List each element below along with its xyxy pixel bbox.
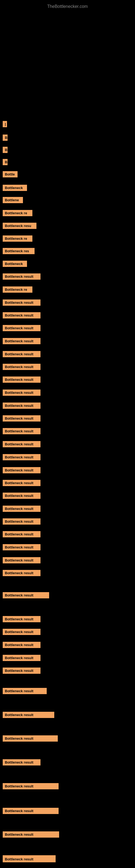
bottleneck-item-1[interactable]: | [3, 121, 7, 127]
bottleneck-item-wrapper-28: Bottleneck result [0, 465, 135, 475]
bottleneck-item-35[interactable]: Bottleneck result [3, 557, 41, 563]
bottleneck-item-wrapper-18: Bottleneck result [0, 336, 135, 346]
bottleneck-item-wrapper-13: Bottleneck result [0, 272, 135, 281]
bottleneck-item-wrapper-43: Bottleneck result [0, 686, 135, 696]
bottleneck-item-32[interactable]: Bottleneck result [3, 518, 41, 525]
bottleneck-item-14[interactable]: Bottleneck re [3, 286, 32, 293]
bottleneck-item-34[interactable]: Bottleneck result [3, 544, 41, 550]
bottleneck-item-wrapper-5: Bottle [0, 169, 135, 179]
bottleneck-item-wrapper-26: Bottleneck result [0, 439, 135, 449]
bottleneck-item-31[interactable]: Bottleneck result [3, 506, 41, 512]
bottleneck-item-26[interactable]: Bottleneck result [3, 441, 41, 447]
site-title: TheBottlenecker.com [0, 1, 135, 10]
bottleneck-item-38[interactable]: Bottleneck result [3, 616, 41, 622]
bottleneck-item-wrapper-46: Bottleneck result [0, 757, 135, 767]
bottleneck-item-5[interactable]: Bottle [3, 171, 17, 177]
bottleneck-item-41[interactable]: Bottleneck result [3, 655, 41, 661]
bottleneck-item-45[interactable]: Bottleneck result [3, 735, 58, 742]
bottleneck-item-4[interactable]: B [3, 159, 8, 165]
bottleneck-item-wrapper-27: Bottleneck result [0, 453, 135, 462]
bottleneck-item-wrapper-32: Bottleneck result [0, 517, 135, 526]
bottleneck-item-wrapper-6: Bottleneck [0, 183, 135, 193]
bottleneck-item-23[interactable]: Bottleneck result [3, 403, 41, 409]
bottleneck-item-44[interactable]: Bottleneck result [3, 712, 54, 718]
bottleneck-item-21[interactable]: Bottleneck result [3, 376, 41, 383]
bottleneck-item-16[interactable]: Bottleneck result [3, 312, 41, 318]
bottleneck-item-wrapper-10: Bottleneck re [0, 234, 135, 243]
bottleneck-item-24[interactable]: Bottleneck result [3, 415, 41, 422]
bottleneck-item-43[interactable]: Bottleneck result [3, 688, 47, 694]
bottleneck-item-11[interactable]: Bottleneck res [3, 248, 35, 254]
bottleneck-item-17[interactable]: Bottleneck result [3, 325, 41, 331]
bottleneck-item-6[interactable]: Bottleneck [3, 185, 27, 191]
bottleneck-item-48[interactable]: Bottleneck result [3, 808, 58, 814]
bottleneck-item-wrapper-25: Bottleneck result [0, 426, 135, 436]
bottleneck-item-wrapper-24: Bottleneck result [0, 414, 135, 423]
bottleneck-item-18[interactable]: Bottleneck result [3, 338, 41, 344]
bottleneck-item-39[interactable]: Bottleneck result [3, 629, 41, 635]
bottleneck-item-wrapper-12: Bottleneck [0, 259, 135, 269]
bottleneck-item-46[interactable]: Bottleneck result [3, 759, 41, 766]
bottleneck-item-wrapper-15: Bottleneck result [0, 298, 135, 307]
bottleneck-item-wrapper-30: Bottleneck result [0, 491, 135, 500]
bottleneck-item-28[interactable]: Bottleneck result [3, 467, 41, 473]
bottleneck-item-8[interactable]: Bottleneck re [3, 210, 32, 216]
bottleneck-item-wrapper-21: Bottleneck result [0, 375, 135, 384]
bottleneck-item-wrapper-45: Bottleneck result [0, 734, 135, 743]
bottleneck-item-wrapper-23: Bottleneck result [0, 401, 135, 410]
bottleneck-item-wrapper-48: Bottleneck result [0, 806, 135, 816]
bottleneck-item-wrapper-1: | [0, 119, 135, 129]
bottleneck-item-30[interactable]: Bottleneck result [3, 493, 41, 499]
bottleneck-item-wrapper-31: Bottleneck result [0, 504, 135, 514]
bottleneck-item-wrapper-14: Bottleneck re [0, 285, 135, 294]
bottleneck-item-wrapper-3: B [0, 145, 135, 155]
bottleneck-item-15[interactable]: Bottleneck result [3, 300, 41, 306]
bottleneck-item-wrapper-11: Bottleneck res [0, 246, 135, 256]
bottleneck-item-wrapper-40: Bottleneck result [0, 640, 135, 650]
bottleneck-item-wrapper-42: Bottleneck result [0, 666, 135, 675]
bottleneck-item-wrapper-20: Bottleneck result [0, 362, 135, 372]
bottleneck-item-40[interactable]: Bottleneck result [3, 642, 41, 648]
bottleneck-item-wrapper-9: Bottleneck resu [0, 221, 135, 230]
bottleneck-item-22[interactable]: Bottleneck result [3, 390, 41, 396]
bottleneck-item-wrapper-7: Bottlene [0, 195, 135, 205]
bottleneck-item-36[interactable]: Bottleneck result [3, 570, 41, 576]
bottleneck-item-19[interactable]: Bottleneck result [3, 351, 41, 357]
bottleneck-item-wrapper-49: Bottleneck result [0, 830, 135, 839]
bottleneck-item-3[interactable]: B [3, 147, 8, 153]
bottleneck-item-12[interactable]: Bottleneck [3, 261, 27, 267]
bottleneck-item-2[interactable]: B [3, 134, 8, 141]
bottleneck-item-wrapper-17: Bottleneck result [0, 323, 135, 333]
bottleneck-item-wrapper-38: Bottleneck result [0, 614, 135, 624]
bottleneck-item-wrapper-8: Bottleneck re [0, 208, 135, 218]
bottleneck-item-9[interactable]: Bottleneck resu [3, 223, 37, 229]
bottleneck-item-wrapper-41: Bottleneck result [0, 653, 135, 663]
bottleneck-item-wrapper-19: Bottleneck result [0, 349, 135, 359]
bottleneck-item-27[interactable]: Bottleneck result [3, 454, 41, 460]
bottleneck-item-wrapper-51: Bottleneck result [0, 855, 135, 864]
bottleneck-item-wrapper-36: Bottleneck result [0, 568, 135, 578]
bottleneck-item-wrapper-29: Bottleneck result [0, 478, 135, 488]
bottleneck-item-37[interactable]: Bottleneck result [3, 592, 49, 598]
bottleneck-item-7[interactable]: Bottlene [3, 197, 23, 203]
bottleneck-item-20[interactable]: Bottleneck result [3, 364, 41, 370]
bottleneck-item-29[interactable]: Bottleneck result [3, 480, 41, 486]
bottleneck-item-33[interactable]: Bottleneck result [3, 531, 41, 537]
bottleneck-item-49[interactable]: Bottleneck result [3, 831, 59, 838]
bottleneck-item-wrapper-44: Bottleneck result [0, 710, 135, 720]
bottleneck-item-wrapper-4: B [0, 157, 135, 167]
bottleneck-item-wrapper-22: Bottleneck result [0, 388, 135, 397]
bottleneck-item-wrapper-2: B [0, 133, 135, 143]
bottleneck-item-wrapper-37: Bottleneck result [0, 590, 135, 600]
bottleneck-item-wrapper-33: Bottleneck result [0, 529, 135, 539]
bottleneck-item-10[interactable]: Bottleneck re [3, 236, 32, 242]
bottleneck-item-47[interactable]: Bottleneck result [3, 783, 58, 789]
bottleneck-item-wrapper-39: Bottleneck result [0, 627, 135, 637]
bottleneck-item-25[interactable]: Bottleneck result [3, 428, 41, 434]
bottleneck-item-wrapper-47: Bottleneck result [0, 781, 135, 791]
bottleneck-item-51[interactable]: Bottleneck result [3, 856, 56, 862]
bottleneck-item-wrapper-35: Bottleneck result [0, 556, 135, 565]
bottleneck-item-wrapper-34: Bottleneck result [0, 542, 135, 552]
bottleneck-item-42[interactable]: Bottleneck result [3, 668, 41, 674]
bottleneck-item-13[interactable]: Bottleneck result [3, 273, 41, 280]
